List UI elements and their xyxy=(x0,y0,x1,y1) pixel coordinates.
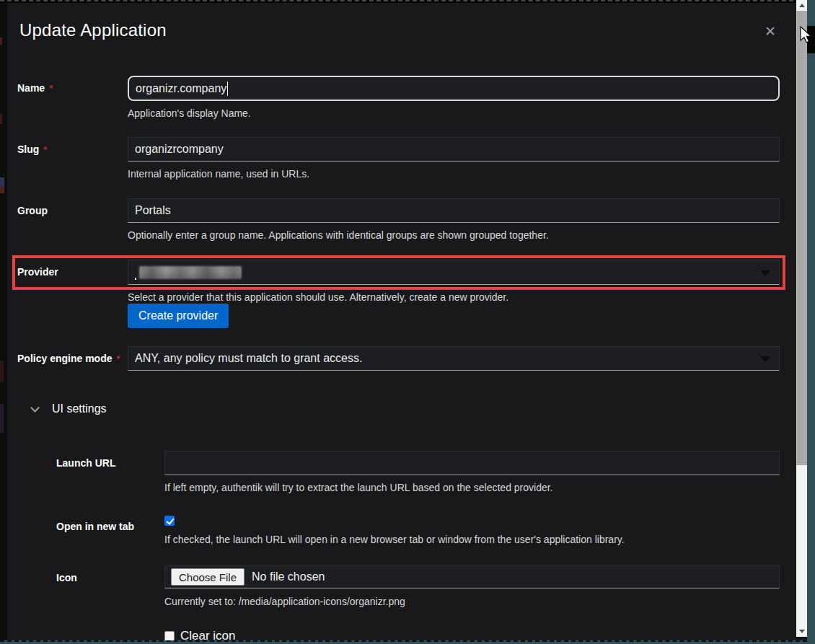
backdrop-bottom xyxy=(0,640,807,644)
backdrop-artifact xyxy=(0,361,4,382)
modal-title: Update Application xyxy=(19,20,167,40)
redacted-dot xyxy=(135,278,136,280)
slug-help: Internal application name, used in URLs. xyxy=(128,167,780,180)
ui-settings-label: UI settings xyxy=(52,402,107,415)
create-provider-button[interactable]: Create provider xyxy=(128,304,229,328)
group-label: Group xyxy=(17,198,128,216)
form-row-icon: Icon Choose File No file chosen Currentl… xyxy=(56,565,780,608)
form-row-launch-url: Launch URL If left empty, authentik will… xyxy=(56,451,780,494)
name-help: Application's display Name. xyxy=(128,107,780,120)
open-in-new-tab-checkbox[interactable] xyxy=(164,516,175,526)
form-row-provider: Provider Select a provider that this app… xyxy=(17,260,780,304)
name-label: Name* xyxy=(17,76,128,94)
form-row-open-in-new-tab: Open in new tab If checked, the launch U… xyxy=(56,513,780,546)
chevron-down-icon xyxy=(760,356,770,362)
form-row-name: Name* organizr.company Application's dis… xyxy=(17,76,780,120)
provider-value-redacted xyxy=(139,266,242,279)
launch-url-label: Launch URL xyxy=(56,451,164,469)
group-input[interactable]: Portals xyxy=(128,198,780,223)
backdrop-artifact xyxy=(0,38,2,45)
text-caret xyxy=(227,81,228,96)
scrollbar-thumb[interactable] xyxy=(796,11,807,465)
close-icon[interactable]: ✕ xyxy=(762,23,779,40)
file-status-text: No file chosen xyxy=(252,570,325,583)
backdrop-left xyxy=(0,0,7,644)
icon-file-input[interactable]: Choose File No file chosen xyxy=(164,565,780,588)
launch-url-input[interactable] xyxy=(164,451,780,475)
choose-file-button[interactable]: Choose File xyxy=(171,568,244,586)
backdrop-artifact xyxy=(0,186,4,193)
open-in-new-tab-label: Open in new tab xyxy=(56,513,164,532)
provider-select[interactable] xyxy=(128,260,780,285)
update-application-modal: Update Application ✕ Name* organizr.comp… xyxy=(7,3,796,641)
policy-engine-mode-select[interactable]: ANY, any policy must match to grant acce… xyxy=(128,346,780,371)
icon-help: Currently set to: /media/application-ico… xyxy=(164,595,780,608)
arrow-up-icon xyxy=(799,4,805,7)
clear-icon-checkbox[interactable] xyxy=(164,631,175,641)
scrollbar-up-button[interactable] xyxy=(796,0,807,11)
backdrop-artifact xyxy=(0,114,2,124)
form-row-group: Group Portals Optionally enter a group n… xyxy=(17,198,780,242)
form-row-clear-icon: Clear icon xyxy=(56,629,780,641)
mouse-cursor xyxy=(799,26,814,45)
chevron-down-icon xyxy=(30,403,40,413)
clear-icon-label: Clear icon xyxy=(180,629,236,641)
required-asterisk: * xyxy=(116,353,120,364)
slug-label: Slug* xyxy=(17,137,128,155)
provider-help: Select a provider that this application … xyxy=(128,291,780,304)
launch-url-help: If left empty, authentik will try to ext… xyxy=(164,481,780,494)
required-asterisk: * xyxy=(49,83,53,94)
arrow-down-icon xyxy=(799,630,805,633)
backdrop-artifact xyxy=(0,404,4,433)
ui-settings-section[interactable]: UI settings xyxy=(32,402,107,415)
scrollbar-down-button[interactable] xyxy=(796,626,807,637)
form-row-slug: Slug* organizrcompany Internal applicati… xyxy=(17,137,780,180)
policy-engine-mode-label: Policy engine mode* xyxy=(17,346,128,364)
window-edge xyxy=(807,0,815,644)
required-asterisk: * xyxy=(43,144,47,155)
chevron-down-icon xyxy=(760,270,770,276)
icon-label: Icon xyxy=(56,565,164,583)
provider-label: Provider xyxy=(17,260,128,278)
group-help: Optionally enter a group name. Applicati… xyxy=(128,229,780,242)
backdrop-artifact xyxy=(0,177,4,186)
name-input[interactable]: organizr.company xyxy=(128,76,780,101)
open-in-new-tab-help: If checked, the launch URL will open in … xyxy=(164,533,780,546)
slug-input[interactable]: organizrcompany xyxy=(128,137,780,162)
form-row-policy-engine-mode: Policy engine mode* ANY, any policy must… xyxy=(17,346,780,371)
